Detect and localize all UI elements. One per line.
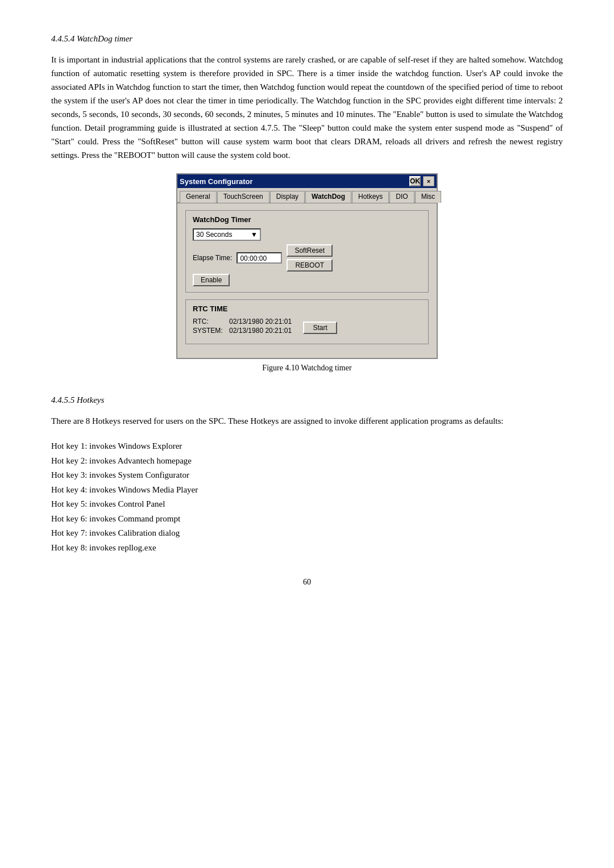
titlebar-buttons: OK ×: [408, 176, 434, 186]
reboot-button[interactable]: REBOOT: [287, 259, 333, 272]
section-4455-heading: 4.4.5.5 Hotkeys: [51, 395, 563, 405]
timer-interval-dropdown[interactable]: 30 Seconds ▼: [193, 228, 261, 241]
rtc-value: 02/13/1980 20:21:01: [229, 318, 292, 326]
time-input[interactable]: 00:00:00: [237, 252, 282, 264]
watchdog-row-enable: Enable: [193, 274, 421, 286]
hotkey-1: Hot key 1: invokes Windows Explorer: [51, 439, 563, 454]
rtc-row: RTC: 02/13/1980 20:21:01: [193, 318, 292, 326]
tab-watchdog[interactable]: WatchDog: [305, 191, 351, 203]
section-445-body: It is important in industrial applicatio…: [51, 53, 563, 162]
hotkey-4: Hot key 4: invokes Windows Media Player: [51, 483, 563, 498]
enable-button[interactable]: Enable: [193, 274, 230, 286]
tab-dio[interactable]: DIO: [389, 191, 414, 203]
ok-button[interactable]: OK: [409, 176, 421, 186]
rtc-label: RTC:: [193, 318, 226, 326]
tab-touchscreen[interactable]: TouchScreen: [217, 191, 269, 203]
hotkey-3: Hot key 3: invokes System Configurator: [51, 468, 563, 483]
system-configurator-dialog: System Configurator OK × General TouchSc…: [176, 173, 438, 359]
tab-hotkeys[interactable]: Hotkeys: [352, 191, 389, 203]
page-number: 60: [51, 578, 563, 587]
system-row: SYSTEM: 02/13/1980 20:21:01: [193, 327, 292, 335]
rtc-rows: RTC: 02/13/1980 20:21:01 SYSTEM: 02/13/1…: [193, 318, 292, 335]
time-value: 00:00:00: [240, 254, 267, 262]
chevron-down-icon: ▼: [251, 231, 258, 239]
close-button[interactable]: ×: [423, 176, 434, 186]
tab-display[interactable]: Display: [270, 191, 305, 203]
dialog-wrapper: System Configurator OK × General TouchSc…: [51, 173, 563, 359]
start-button[interactable]: Start: [303, 322, 337, 334]
elapse-label: Elapse Time:: [193, 254, 232, 262]
dropdown-value: 30 Seconds: [196, 231, 232, 239]
dialog-title: System Configurator: [180, 177, 408, 186]
rtc-time-title: RTC TIME: [193, 304, 421, 313]
section-445-heading: 4.4.5.4 WatchDog timer: [51, 34, 563, 44]
watchdog-timer-group: WatchDog Timer 30 Seconds ▼ Elapse Time:…: [185, 210, 429, 293]
dialog-body: WatchDog Timer 30 Seconds ▼ Elapse Time:…: [177, 203, 437, 358]
system-value: 02/13/1980 20:21:01: [229, 327, 292, 335]
hotkeys-list: Hot key 1: invokes Windows Explorer Hot …: [51, 439, 563, 555]
dialog-tabs: General TouchScreen Display WatchDog Hot…: [177, 188, 437, 203]
system-label: SYSTEM:: [193, 327, 226, 335]
hotkey-5: Hot key 5: invokes Control Panel: [51, 497, 563, 512]
hotkey-2: Hot key 2: invokes Advantech homepage: [51, 454, 563, 469]
right-buttons: SoftReset REBOOT: [287, 244, 333, 272]
hotkeys-intro: There are 8 Hotkeys reserved for users o…: [51, 414, 563, 428]
hotkey-6: Hot key 6: invokes Command prompt: [51, 512, 563, 527]
tab-general[interactable]: General: [180, 191, 217, 203]
figure-caption: Figure 4.10 Watchdog timer: [51, 364, 563, 373]
watchdog-row-dropdown: 30 Seconds ▼: [193, 228, 421, 241]
tab-misc[interactable]: Misc: [415, 191, 442, 203]
hotkey-7: Hot key 7: invokes Calibration dialog: [51, 526, 563, 541]
start-col: Start: [303, 322, 337, 334]
rtc-time-group: RTC TIME RTC: 02/13/1980 20:21:01 SYSTEM…: [185, 299, 429, 344]
hotkey-8: Hot key 8: invokes repllog.exe: [51, 541, 563, 556]
watchdog-row-elapse: Elapse Time: 00:00:00 SoftReset REBOOT: [193, 244, 421, 272]
dialog-titlebar: System Configurator OK ×: [177, 174, 437, 188]
softreset-button[interactable]: SoftReset: [287, 244, 333, 257]
watchdog-timer-title: WatchDog Timer: [193, 215, 421, 224]
